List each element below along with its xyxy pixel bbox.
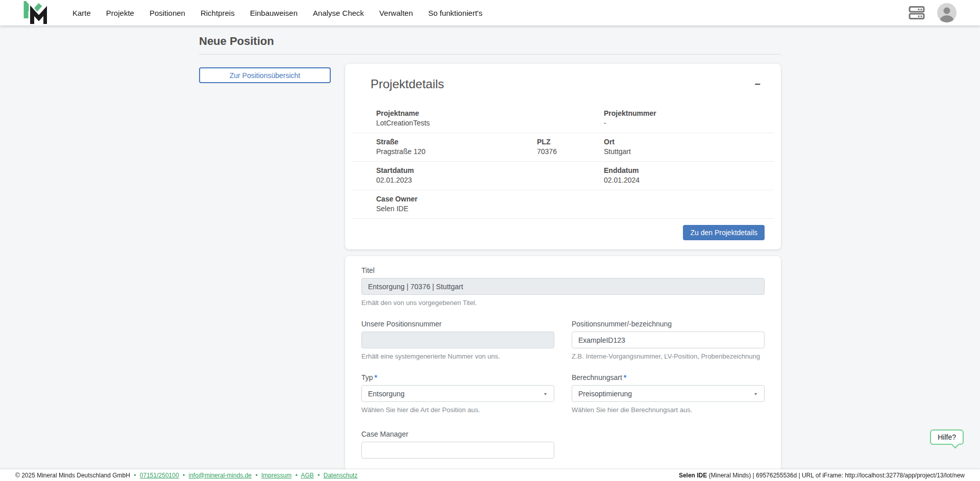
footer-link-email[interactable]: info@mineral-minds.de [188,472,252,479]
positionsnummer-input[interactable] [572,332,765,348]
case-owner-value: Selen IDE [376,205,761,213]
strasse-label: Straße [376,138,537,146]
project-row-dates: Startdatum 02.01.2023 Enddatum 02.01.202… [352,162,774,190]
help-button[interactable]: Hilfe? [930,429,964,445]
unsere-positionsnummer-helper: Erhält eine systemgenerierte Nummer von … [361,352,554,360]
startdatum-label: Startdatum [376,166,604,175]
required-asterisk: * [624,373,626,382]
project-details-card: Projektdetails − Projektname LotCreation… [345,64,781,249]
enddatum-value: 02.01.2024 [604,176,761,185]
berechnungsart-label: Berechnungsart* [572,373,765,382]
storage-icon[interactable] [909,6,925,20]
required-asterisk: * [375,373,377,382]
left-column: Zur Positionsübersicht [199,64,331,83]
case-owner-label: Case Owner [376,195,761,204]
projektname-label: Projektname [376,109,604,118]
mineral-minds-logo-icon[interactable] [22,1,47,24]
top-navbar: Karte Projekte Positionen Richtpreis Ein… [0,0,980,26]
unsere-positionsnummer-label: Unsere Positionsnummer [361,320,554,328]
typ-label: Typ* [361,373,554,382]
footer: © 2025 Mineral Minds Deutschland GmbH • … [0,469,980,481]
collapse-icon[interactable]: − [752,79,763,89]
ort-value: Stuttgart [604,147,761,156]
plz-value: 70376 [537,147,604,156]
help-bubble-tail [951,441,960,449]
strasse-value: Pragstraße 120 [376,147,537,156]
project-row-case-owner: Case Owner Selen IDE [352,190,774,219]
right-column: Projektdetails − Projektname LotCreation… [345,64,781,481]
projektnummer-value: - [604,119,761,128]
footer-link-impressum[interactable]: Impressum [261,472,291,479]
unsere-positionsnummer-input [361,332,554,348]
session-user: Selen IDE [679,472,707,479]
page-title: Neue Position [199,35,781,48]
footer-link-datenschutz[interactable]: Datenschutz [324,472,358,479]
session-details: (Mineral Minds) | 69576255536d | URL of … [707,472,965,479]
position-form-card: Titel Erhält den von uns vorgegebenen Ti… [345,256,781,481]
enddatum-label: Enddatum [604,166,761,175]
titel-input [361,278,765,295]
go-to-project-details-button[interactable]: Zu den Projektdetails [683,225,765,240]
titel-label: Titel [361,266,765,274]
nav-item-projekte[interactable]: Projekte [106,9,134,17]
startdatum-value: 02.01.2023 [376,176,604,185]
case-manager-label: Case Manager [361,430,554,438]
navbar-right-icons [909,3,957,22]
nav-item-einbauweisen[interactable]: Einbauweisen [250,9,298,17]
chevron-down-icon: ▼ [543,391,548,396]
typ-helper: Wählen Sie hier die Art der Position aus… [361,406,554,414]
plz-label: PLZ [537,138,604,146]
projektnummer-label: Projektnummer [604,109,761,118]
nav-item-verwalten[interactable]: Verwalten [379,9,413,17]
main-menu: Karte Projekte Positionen Richtpreis Ein… [72,9,482,17]
projektname-value: LotCreationTests [376,119,604,128]
title-divider [199,54,781,55]
chevron-down-icon: ▼ [753,391,758,396]
footer-link-agb[interactable]: AGB [301,472,314,479]
positionsnummer-helper: Z.B. Interne-Vorgangsnummer, LV-Position… [572,352,765,360]
nav-item-analyse-check[interactable]: Analyse Check [313,9,364,17]
footer-link-phone[interactable]: 07151/250100 [140,472,179,479]
nav-item-karte[interactable]: Karte [72,9,91,17]
typ-select-value: Entsorgung [368,390,405,398]
main-content: Neue Position Zur Positionsübersicht Pro… [199,0,781,481]
typ-select[interactable]: Entsorgung ▼ [361,385,554,402]
berechnungsart-helper: Wählen Sie hier die Berechnungsart aus. [572,406,765,414]
positionsnummer-label: Positionsnummer/-bezeichnung [572,320,765,328]
nav-item-richtpreis[interactable]: Richtpreis [201,9,235,17]
project-row-address: Straße Pragstraße 120 PLZ 70376 Ort Stut… [352,133,774,162]
project-details-title: Projektdetails [371,77,444,91]
session-info: Selen IDE (Mineral Minds) | 69576255536d… [679,472,965,479]
berechnungsart-select-value: Preisoptimierung [578,390,632,398]
nav-item-positionen[interactable]: Positionen [150,9,185,17]
project-row-name-number: Projektname LotCreationTests Projektnumm… [352,105,774,133]
back-to-positions-button[interactable]: Zur Positionsübersicht [199,67,331,83]
help-button-label: Hilfe? [938,433,956,441]
case-manager-input[interactable] [361,442,554,459]
berechnungsart-select[interactable]: Preisoptimierung ▼ [572,385,765,402]
footer-left: © 2025 Mineral Minds Deutschland GmbH • … [15,472,357,479]
user-avatar-icon[interactable] [937,3,957,22]
ort-label: Ort [604,138,761,146]
copyright-text: © 2025 Mineral Minds Deutschland GmbH [15,472,130,479]
nav-item-so-funktionierts[interactable]: So funktioniert's [428,9,482,17]
titel-helper: Erhält den von uns vorgegebenen Titel. [361,299,765,307]
